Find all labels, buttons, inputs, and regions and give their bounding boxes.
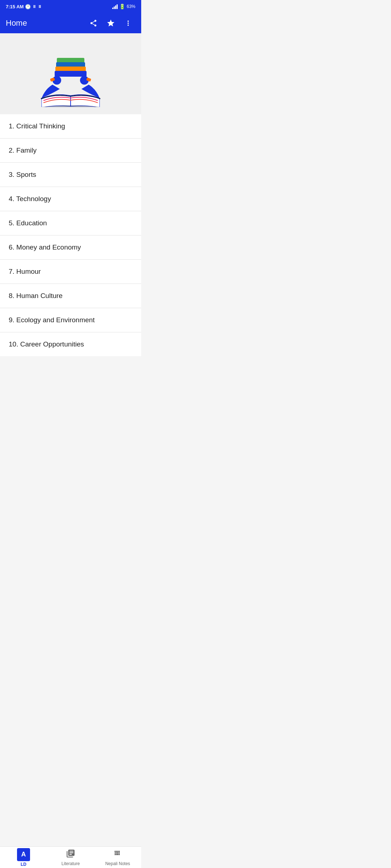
list-item[interactable]: 7. Humour [0, 260, 141, 284]
signal-icon [112, 4, 118, 9]
battery-text: 63% [127, 4, 135, 9]
app-bar: Home [0, 13, 141, 33]
status-time: 7:15 AM 🕐 ⏸ ⏸ [6, 4, 42, 9]
media-icon: ⏸ [32, 4, 36, 9]
more-icon [124, 19, 132, 27]
battery-icon: 🔋 [119, 4, 125, 9]
list-item-label: 7. Humour [9, 268, 41, 275]
list-item-label: 4. Technology [9, 195, 51, 203]
list-item[interactable]: 8. Human Culture [0, 284, 141, 308]
more-button[interactable] [121, 16, 135, 30]
list-container: 1. Critical Thinking 2. Family 3. Sports… [0, 114, 141, 356]
logo-image [34, 42, 107, 107]
list-item[interactable]: 6. Money and Economy [0, 235, 141, 260]
media-icon2: ⏸ [38, 4, 42, 9]
list-item-label: 2. Family [9, 146, 37, 154]
list-item-label: 10. Career Opportunities [9, 340, 84, 348]
list-item-label: 9. Ecology and Environment [9, 316, 95, 324]
status-icons: 🔋 63% [112, 4, 135, 9]
list-item-label: 5. Education [9, 219, 47, 227]
app-title: Home [6, 18, 27, 28]
list-item[interactable]: 5. Education [0, 211, 141, 235]
list-item[interactable]: 4. Technology [0, 187, 141, 211]
list-item-label: 8. Human Culture [9, 292, 63, 299]
list-item-label: 1. Critical Thinking [9, 122, 65, 130]
logo-container [0, 33, 141, 114]
app-bar-actions [86, 16, 135, 30]
share-icon [89, 19, 97, 27]
time-text: 7:15 AM [6, 4, 24, 9]
star-button[interactable] [104, 16, 118, 30]
list-item[interactable]: 10. Career Opportunities [0, 332, 141, 356]
star-icon [106, 19, 115, 27]
list-item-label: 6. Money and Economy [9, 243, 81, 251]
status-bar: 7:15 AM 🕐 ⏸ ⏸ 🔋 63% [0, 0, 141, 13]
share-button[interactable] [86, 16, 101, 30]
svg-rect-7 [55, 71, 87, 77]
alarm-icon: 🕐 [25, 4, 31, 9]
list-item[interactable]: 3. Sports [0, 163, 141, 187]
list-item[interactable]: 2. Family [0, 139, 141, 163]
list-item-label: 3. Sports [9, 171, 36, 178]
list-item[interactable]: 1. Critical Thinking [0, 114, 141, 139]
main-content: 1. Critical Thinking 2. Family 3. Sports… [0, 33, 141, 379]
list-item[interactable]: 9. Ecology and Environment [0, 308, 141, 332]
